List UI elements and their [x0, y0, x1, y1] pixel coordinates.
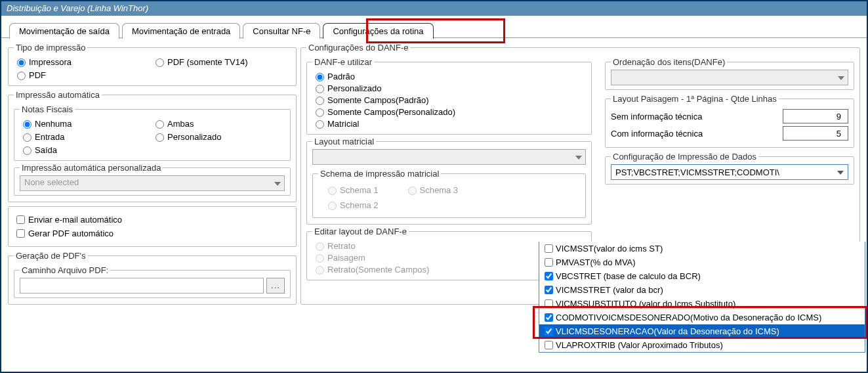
radio-somente-pers[interactable]: Somente Campos(Personalizado) [312, 106, 586, 117]
checklist-checkbox[interactable] [545, 244, 553, 253]
sem-info-input[interactable] [783, 109, 848, 123]
layout-matricial-legend: Layout matricial [312, 137, 376, 146]
checklist-label: PMVAST(% do MVA) [556, 257, 636, 267]
check-pdf-auto[interactable]: Gerar PDF automático [14, 227, 291, 240]
config-impressao-dados-legend: Configuração de Impressão de Dados [611, 152, 758, 162]
checklist-item[interactable]: VICMSSUBSTITUTO (valor do Icms Substitut… [539, 297, 865, 311]
checklist-checkbox[interactable] [545, 272, 553, 280]
checklist-checkbox[interactable] [545, 313, 553, 322]
checklist-label: VICMSSTRET (valor da bcr) [556, 285, 663, 295]
tab-mov-entrada[interactable]: Movimentação de entrada [122, 23, 240, 39]
checklist-label: VICMSST(valor do icms ST) [556, 244, 663, 253]
checklist-item[interactable]: VLICMSDESONERACAO(Valor da Desoneração d… [539, 324, 865, 338]
layout-matricial-combo[interactable] [312, 149, 586, 165]
checklist-label: VBCSTRET (base de calculo da BCR) [556, 271, 701, 281]
schema-group: Schema de impressão matricial Schema 1 S… [312, 169, 586, 218]
checklist-checkbox[interactable] [545, 341, 553, 349]
config-danfe-legend: Configurações do DANF-e [306, 43, 410, 53]
danfe-utilizar-legend: DANF-e utilizar [312, 57, 374, 67]
radio-personalizado-danfe[interactable]: Personalizado [312, 83, 586, 93]
checklist-item[interactable]: VICMSST(valor do icms ST) [539, 242, 865, 255]
radio-pdf-tv14[interactable]: PDF (somente TV14) [152, 56, 291, 67]
editar-layout-legend: Editar layout de DANF-e [312, 227, 409, 236]
sem-info-label: Sem informação técnica [611, 112, 702, 121]
radio-schema3: Schema 3 [405, 185, 459, 195]
checklist-checkbox[interactable] [545, 327, 553, 336]
checklist-label: VICMSSUBSTITUTO (valor do Icms Substitut… [556, 299, 735, 309]
tab-mov-saida[interactable]: Movimentação de saída [9, 23, 119, 39]
impressao-pers-group: Impressão automática personalizada None … [14, 163, 291, 196]
checklist-item[interactable]: PMVAST(% do MVA) [539, 255, 865, 269]
radio-schema1: Schema 1 [325, 185, 379, 195]
caminho-pdf-legend: Caminho Arquivo PDF: [20, 265, 110, 275]
checklist-item[interactable]: VICMSSTRET (valor da bcr) [539, 283, 865, 297]
checklist-checkbox[interactable] [545, 258, 553, 267]
checklist-item[interactable]: CODMOTIVOICMSDESONERADO(Motivo da Desone… [539, 311, 865, 324]
checklist-label: CODMOTIVOICMSDESONERADO(Motivo da Desone… [556, 313, 821, 322]
radio-pdf[interactable]: PDF [14, 70, 152, 80]
impressao-auto-group: Impressão automática Notas Fiscais Nenhu… [8, 90, 297, 202]
impressao-pers-legend: Impressão automática personalizada [20, 163, 163, 173]
checklist-checkbox[interactable] [545, 299, 553, 308]
notas-fiscais-group: Notas Fiscais Nenhuma Ambas Entrada Pers… [14, 104, 291, 161]
ordenacao-combo[interactable] [611, 70, 848, 85]
caminho-pdf-input[interactable] [20, 278, 264, 294]
schema-legend: Schema de impressão matricial [318, 169, 441, 179]
geracao-pdf-group: Geração de PDF's Caminho Arquivo PDF: ..… [8, 251, 297, 305]
radio-impressora[interactable]: Impressora [14, 56, 152, 67]
checklist-label: VLICMSDESONERACAO(Valor da Desoneração d… [556, 326, 779, 336]
com-info-label: Com informação técnica [611, 129, 703, 139]
window-title: Distribuição e Varejo (Linha WinThor) [7, 3, 148, 13]
radio-matricial[interactable]: Matricial [312, 118, 586, 129]
checklist-checkbox[interactable] [545, 286, 553, 294]
tab-bar: Movimentação de saída Movimentação de en… [1, 16, 867, 38]
tab-consultar-nfe[interactable]: Consultar NF-e [243, 23, 320, 39]
impressao-auto-legend: Impressão automática [14, 90, 102, 100]
tab-config-rotina[interactable]: Configurações da rotina [323, 23, 433, 39]
layout-paisagem-legend: Layout Paisagem - 1ª Página - Qtde Linha… [611, 94, 779, 104]
tipo-impressao-legend: Tipo de impressão [14, 43, 87, 53]
auto-checks-group: Enviar e-mail automático Gerar PDF autom… [8, 206, 297, 247]
checklist-label: VLAPROXTRIB (Valor Aproximado Tributos) [556, 340, 723, 350]
radio-personalizado[interactable]: Personalizado [152, 131, 285, 142]
impressao-pers-combo[interactable]: None selected [20, 175, 285, 191]
config-impressao-dados-group: Configuração de Impressão de Dados PST;V… [605, 152, 854, 185]
radio-somente-padrao[interactable]: Somente Campos(Padrão) [312, 95, 586, 105]
config-impressao-combo[interactable]: PST;VBCSTRET;VICMSSTRET;CODMOTI\ [611, 164, 848, 180]
radio-padrao[interactable]: Padrão [312, 71, 586, 81]
checklist-item[interactable]: VBCSTRET (base de calculo da BCR) [539, 269, 865, 283]
geracao-pdf-legend: Geração de PDF's [14, 251, 88, 261]
com-info-input[interactable] [783, 126, 848, 141]
ordenacao-legend: Ordenação dos itens(DANFe) [611, 57, 727, 67]
layout-matricial-group: Layout matricial Schema de impressão mat… [306, 137, 592, 225]
config-impressao-checklist[interactable]: VICMSST(valor do icms ST)PMVAST(% do MVA… [539, 242, 865, 353]
radio-entrada[interactable]: Entrada [20, 131, 152, 142]
notas-fiscais-legend: Notas Fiscais [20, 104, 75, 114]
layout-paisagem-group: Layout Paisagem - 1ª Página - Qtde Linha… [605, 94, 854, 148]
ordenacao-group: Ordenação dos itens(DANFe) [605, 57, 854, 90]
radio-saida[interactable]: Saída [20, 144, 152, 155]
caminho-pdf-group: Caminho Arquivo PDF: ... [14, 265, 291, 298]
check-email-auto[interactable]: Enviar e-mail automático [14, 213, 291, 226]
radio-nenhuma[interactable]: Nenhuma [20, 118, 152, 129]
tipo-impressao-group: Tipo de impressão Impressora PDF (soment… [8, 43, 297, 86]
window-titlebar: Distribuição e Varejo (Linha WinThor) [1, 1, 867, 16]
checklist-item[interactable]: VLAPROXTRIB (Valor Aproximado Tributos) [539, 338, 865, 352]
danfe-utilizar-group: DANF-e utilizar Padrão Personalizado Som… [306, 57, 592, 135]
radio-schema2: Schema 2 [325, 200, 379, 210]
radio-ambas[interactable]: Ambas [152, 118, 285, 129]
browse-button[interactable]: ... [266, 278, 285, 294]
